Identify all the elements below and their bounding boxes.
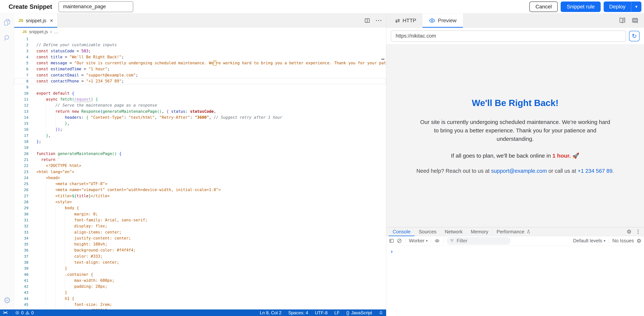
- code-line-18[interactable]: 18};: [14, 139, 386, 145]
- preview-url-row: ↻: [386, 28, 644, 45]
- console-filter[interactable]: [447, 237, 510, 245]
- console-body[interactable]: ›: [386, 245, 644, 257]
- code-line-19[interactable]: 19: [14, 145, 386, 151]
- code-line-44[interactable]: 44 h1 {: [14, 296, 386, 301]
- code-line-16[interactable]: 16 });: [14, 126, 386, 132]
- code-line-24[interactable]: 24 <head>: [14, 175, 386, 181]
- toolbar-divider: [431, 238, 431, 243]
- code-line-12[interactable]: 12 // Serve the maintenance page as a re…: [14, 102, 386, 108]
- code-line-45[interactable]: 45 font-size: 2rem;: [14, 301, 386, 307]
- tab-preview[interactable]: Preview: [422, 14, 463, 28]
- code-line-41[interactable]: 41 max-width: 600px;: [14, 277, 386, 283]
- language-mode[interactable]: {} JavaScript: [346, 310, 372, 315]
- code-line-2[interactable]: 2// Define your customizable inputs: [14, 42, 386, 48]
- tab-snippet-js[interactable]: JS snippet.js ×: [14, 14, 57, 28]
- gear-icon[interactable]: ⚙: [626, 228, 632, 235]
- code-line-13[interactable]: 13 return new Response(generateMaintenan…: [14, 108, 386, 114]
- execution-context-selector[interactable]: Worker▾: [409, 238, 428, 244]
- code-line-15[interactable]: 15 },: [14, 120, 386, 126]
- code-line-8[interactable]: 8const contactPhone = "+1 234 567 89";: [14, 78, 386, 84]
- code-line-20[interactable]: 20function generateMaintenancePage() {: [14, 151, 386, 157]
- code-line-21[interactable]: 21 return `: [14, 157, 386, 163]
- deploy-dropdown-button[interactable]: ▾: [631, 2, 642, 12]
- code-line-10[interactable]: 10export default {: [14, 90, 386, 96]
- log-levels-dropdown[interactable]: Default levels▾: [573, 238, 605, 244]
- code-line-23[interactable]: 23<html lang="en">: [14, 169, 386, 175]
- console-sidebar-toggle-icon[interactable]: [389, 238, 394, 243]
- eol-setting[interactable]: LF: [334, 310, 340, 315]
- code-line-4[interactable]: 4const title = "We'll Be Right Back!";: [14, 54, 386, 60]
- remote-indicator-icon[interactable]: ><: [3, 310, 7, 315]
- code-line-14[interactable]: 14 headers: { "Content-Type": "text/html…: [14, 114, 386, 120]
- code-line-42[interactable]: 42 padding: 20px;: [14, 283, 386, 289]
- kebab-menu-icon[interactable]: ⋮: [636, 229, 641, 235]
- code-line-36[interactable]: 36 background-color: #f4f4f4;: [14, 247, 386, 253]
- code-line-34[interactable]: 34 justify-content: center;: [14, 235, 386, 241]
- code-line-17[interactable]: 17 },: [14, 133, 386, 139]
- split-editor-icon[interactable]: [364, 18, 370, 24]
- tab-network[interactable]: Network: [441, 227, 467, 236]
- breadcrumb-more[interactable]: …: [54, 29, 58, 35]
- code-line-29[interactable]: 29 body {: [14, 205, 386, 211]
- tab-performance[interactable]: Performance: [492, 227, 535, 236]
- code-line-5[interactable]: 5const message = "Our site is currently …: [14, 60, 386, 66]
- toolbar-divider: [405, 238, 406, 243]
- tab-sources[interactable]: Sources: [414, 227, 440, 236]
- code-line-46[interactable]: 46 color: #0056b3: [14, 307, 386, 309]
- encoding-setting[interactable]: UTF-8: [315, 310, 328, 315]
- refresh-button[interactable]: ↻: [629, 31, 640, 41]
- snippet-rule-button[interactable]: Snippet rule: [561, 2, 600, 12]
- code-line-32[interactable]: 32 display: flex;: [14, 223, 386, 229]
- code-line-40[interactable]: 40 .container {: [14, 271, 386, 277]
- breadcrumb[interactable]: JS snippet.js › …: [14, 28, 386, 36]
- snippet-name-input[interactable]: [58, 1, 133, 12]
- code-line-33[interactable]: 33 align-items: center;: [14, 229, 386, 235]
- docs-book-icon[interactable]: [618, 17, 626, 24]
- deploy-button[interactable]: Deploy: [604, 2, 631, 12]
- code-line-11[interactable]: 11 async fetch(request) {: [14, 96, 386, 102]
- more-actions-icon[interactable]: ···: [376, 18, 382, 24]
- code-line-3[interactable]: 3const statusCode = 503;: [14, 48, 386, 54]
- discord-icon[interactable]: [631, 17, 639, 24]
- filter-input[interactable]: [456, 238, 507, 244]
- code-line-31[interactable]: 31 font-family: Arial, sans-serif;: [14, 217, 386, 223]
- code-line-37[interactable]: 37 color: #333;: [14, 253, 386, 259]
- code-line-9[interactable]: 9: [14, 84, 386, 90]
- settings-gear-icon[interactable]: ⚙: [0, 295, 14, 305]
- code-line-38[interactable]: 38 text-align: center;: [14, 259, 386, 265]
- close-icon[interactable]: ×: [50, 18, 53, 23]
- code-line-28[interactable]: 28 <style>: [14, 199, 386, 205]
- cancel-button[interactable]: Cancel: [530, 2, 558, 12]
- live-expression-eye-icon[interactable]: [434, 238, 440, 243]
- code-line-1[interactable]: 1: [14, 36, 386, 42]
- console-prompt-chevron[interactable]: ›: [391, 248, 393, 254]
- support-email-link[interactable]: support@example.com: [491, 168, 547, 174]
- preview-url-input[interactable]: [391, 31, 626, 42]
- files-icon[interactable]: [0, 18, 14, 26]
- code-line-25[interactable]: 25 <meta charset="UTF-8">: [14, 181, 386, 187]
- tab-console[interactable]: Console: [388, 227, 414, 236]
- support-phone-link[interactable]: +1 234 567 89: [578, 168, 612, 174]
- code-line-26[interactable]: 26 <meta name="viewport" content="width=…: [14, 187, 386, 193]
- search-icon[interactable]: [0, 34, 14, 42]
- code-line-35[interactable]: 35 height: 100vh;: [14, 241, 386, 247]
- problems-counter[interactable]: 0 0: [15, 310, 34, 315]
- clear-console-icon[interactable]: [397, 238, 402, 243]
- issues-counter[interactable]: No Issues: [612, 238, 634, 244]
- bell-icon[interactable]: [379, 310, 383, 315]
- tab-memory[interactable]: Memory: [467, 227, 492, 236]
- code-line-7[interactable]: 7const contactEmail = "support@example.c…: [14, 72, 386, 78]
- tab-label: snippet.js: [26, 18, 46, 24]
- code-line-43[interactable]: 43 }: [14, 289, 386, 295]
- code-line-39[interactable]: 39 }: [14, 265, 386, 271]
- indentation-setting[interactable]: Spaces: 4: [288, 310, 308, 315]
- code-line-30[interactable]: 30 margin: 0;: [14, 211, 386, 217]
- code-line-6[interactable]: 6const estimatedTime = "1 hour";: [14, 66, 386, 72]
- breadcrumb-file[interactable]: snippet.js: [29, 29, 48, 35]
- cursor-position[interactable]: Ln 8, Col 2: [260, 310, 282, 315]
- tab-http[interactable]: ⇄ HTTP: [389, 14, 422, 28]
- code-line-22[interactable]: 22 <!DOCTYPE html>: [14, 163, 386, 169]
- code-line-27[interactable]: 27 <title>${title}</title>: [14, 193, 386, 199]
- console-settings-gear-icon[interactable]: ⚙: [636, 238, 642, 244]
- code-editor[interactable]: 12// Define your customizable inputs3con…: [14, 36, 386, 309]
